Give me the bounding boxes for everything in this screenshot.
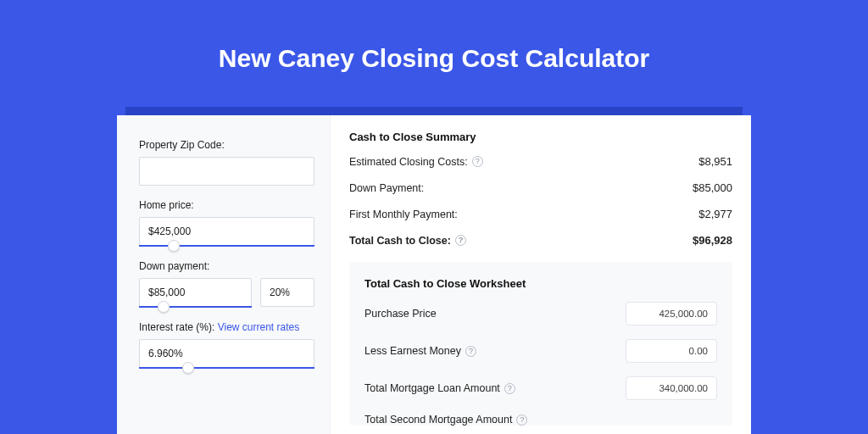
calculator-card: Property Zip Code: Home price: Down paym… xyxy=(117,115,751,434)
est-costs-value: $8,951 xyxy=(698,155,732,168)
zip-group: Property Zip Code: xyxy=(139,139,314,186)
zip-label: Property Zip Code: xyxy=(139,139,314,151)
down-payment-input[interactable] xyxy=(139,278,252,307)
second-mortgage-label: Total Second Mortgage Amount xyxy=(364,414,512,426)
down-payment-summary-label: Down Payment: xyxy=(349,182,424,194)
interest-rate-input[interactable] xyxy=(139,339,314,368)
est-costs-label: Estimated Closing Costs: xyxy=(349,156,468,168)
summary-row-total: Total Cash to Close: ? $96,928 xyxy=(349,234,732,247)
help-icon[interactable]: ? xyxy=(516,415,527,426)
view-rates-link[interactable]: View current rates xyxy=(218,321,300,333)
first-payment-label: First Monthly Payment: xyxy=(349,209,458,220)
cash-to-close-summary: Cash to Close Summary Estimated Closing … xyxy=(349,131,732,247)
home-price-label: Home price: xyxy=(139,199,314,211)
ws-row-earnest-money: Less Earnest Money ? xyxy=(364,339,717,363)
first-payment-value: $2,977 xyxy=(698,208,732,220)
home-price-slider-thumb[interactable] xyxy=(168,240,180,252)
worksheet-panel: Total Cash to Close Worksheet Purchase P… xyxy=(349,262,732,426)
summary-row-first-payment: First Monthly Payment: $2,977 xyxy=(349,208,732,220)
purchase-price-input[interactable] xyxy=(626,302,717,326)
total-cash-label: Total Cash to Close: xyxy=(349,235,451,247)
loan-amount-label: Total Mortgage Loan Amount xyxy=(364,382,500,394)
interest-rate-slider-thumb[interactable] xyxy=(182,362,194,374)
earnest-money-input[interactable] xyxy=(626,339,717,363)
ws-row-second-mortgage: Total Second Mortgage Amount ? xyxy=(364,414,717,426)
purchase-price-label: Purchase Price xyxy=(364,308,437,320)
total-cash-value: $96,928 xyxy=(693,234,732,247)
zip-input[interactable] xyxy=(139,157,314,186)
summary-heading: Cash to Close Summary xyxy=(349,131,732,143)
interest-rate-slider[interactable] xyxy=(139,367,314,369)
page-title: New Caney Closing Cost Calculator xyxy=(0,0,868,97)
help-icon[interactable]: ? xyxy=(455,235,466,246)
worksheet-heading: Total Cash to Close Worksheet xyxy=(364,277,717,290)
summary-row-down-payment: Down Payment: $85,000 xyxy=(349,181,732,194)
results-panel: Cash to Close Summary Estimated Closing … xyxy=(331,115,751,434)
down-payment-summary-value: $85,000 xyxy=(693,181,732,194)
down-payment-slider[interactable] xyxy=(139,306,252,308)
interest-rate-group: Interest rate (%): View current rates xyxy=(139,321,314,369)
down-payment-group: Down payment: xyxy=(139,260,314,308)
home-price-input[interactable] xyxy=(139,217,314,246)
down-payment-pct-input[interactable] xyxy=(260,278,314,307)
down-payment-slider-thumb[interactable] xyxy=(158,301,170,313)
interest-rate-label: Interest rate (%): View current rates xyxy=(139,321,314,333)
summary-row-est-costs: Estimated Closing Costs: ? $8,951 xyxy=(349,155,732,168)
ws-row-purchase-price: Purchase Price xyxy=(364,302,717,326)
help-icon[interactable]: ? xyxy=(472,156,483,167)
loan-amount-input[interactable] xyxy=(626,376,717,400)
help-icon[interactable]: ? xyxy=(504,383,515,394)
down-payment-label: Down payment: xyxy=(139,260,314,272)
earnest-money-label: Less Earnest Money xyxy=(364,345,461,357)
interest-rate-label-text: Interest rate (%): xyxy=(139,321,214,333)
help-icon[interactable]: ? xyxy=(465,346,476,357)
home-price-slider[interactable] xyxy=(139,245,314,247)
home-price-group: Home price: xyxy=(139,199,314,247)
inputs-panel: Property Zip Code: Home price: Down paym… xyxy=(117,115,331,434)
ws-row-loan-amount: Total Mortgage Loan Amount ? xyxy=(364,376,717,400)
